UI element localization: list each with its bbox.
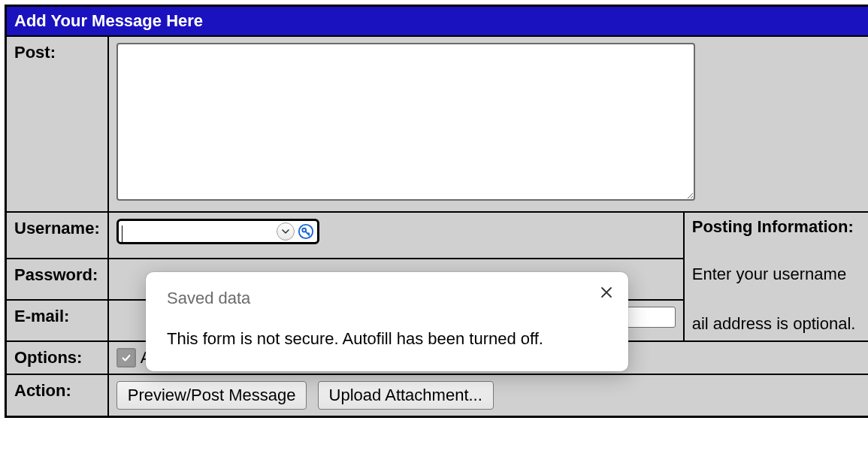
options-label: Options:	[6, 341, 108, 374]
close-icon[interactable]	[597, 283, 616, 302]
action-field-cell: Preview/Post Message Upload Attachment..…	[108, 374, 868, 417]
upload-attachment-button[interactable]: Upload Attachment...	[318, 381, 494, 410]
post-field-cell	[108, 36, 868, 212]
username-label: Username:	[6, 212, 108, 259]
email-label: E-mail:	[6, 300, 108, 341]
chevron-down-icon[interactable]	[277, 222, 295, 241]
form-header: Add Your Message Here	[6, 6, 869, 37]
posting-info-title: Posting Information:	[692, 217, 868, 237]
preview-post-button[interactable]: Preview/Post Message	[116, 381, 307, 410]
text-caret	[122, 225, 122, 242]
posting-info-body: This is a public posting areaa. Enter yo…	[692, 237, 868, 336]
username-input[interactable]	[125, 223, 277, 241]
popup-message: This form is not secure. Autofill has be…	[167, 329, 607, 349]
popup-saved-data-label: Saved data	[167, 289, 607, 308]
username-input-shell[interactable]	[116, 219, 319, 244]
form-title: Add Your Message Here	[14, 11, 203, 30]
checkbox-checked-icon[interactable]	[116, 348, 136, 368]
autofill-warning-popup: Saved data This form is not secure. Auto…	[146, 272, 628, 371]
password-key-icon[interactable]	[298, 223, 314, 240]
password-label: Password:	[6, 259, 108, 300]
username-field-cell	[108, 212, 684, 259]
post-textarea[interactable]	[116, 43, 695, 201]
posting-info-cell: Posting Information: This is a public po…	[684, 212, 868, 341]
action-label: Action:	[6, 374, 108, 417]
post-label: Post:	[6, 36, 108, 212]
